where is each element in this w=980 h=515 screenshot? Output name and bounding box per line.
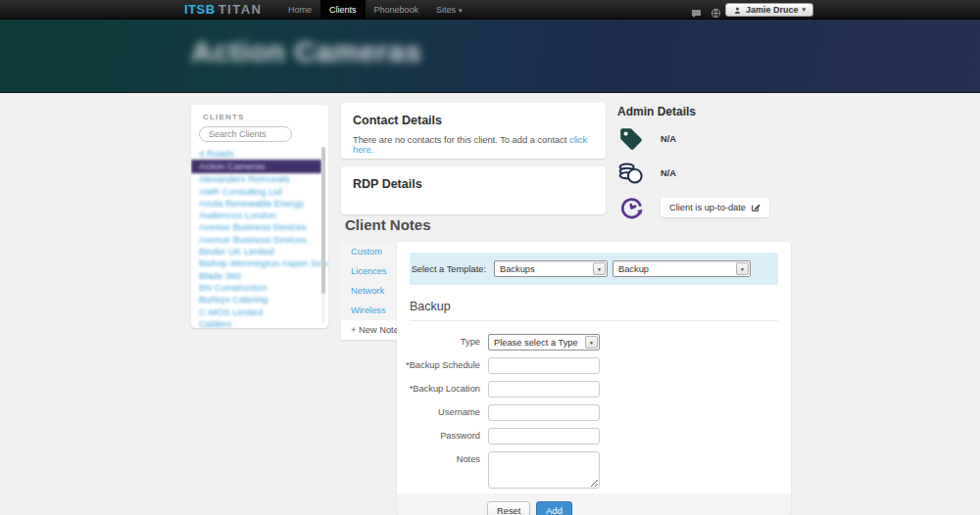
client-list-item-selected[interactable]: Action Cameras [191, 160, 321, 173]
main-nav: Home Clients Phonebook Sites▾ [279, 0, 471, 20]
client-notes-title: Client Notes [345, 216, 431, 233]
nav-item-clients[interactable]: Clients [320, 0, 366, 20]
rdp-details-title: RDP Details [353, 177, 594, 191]
globe-icon[interactable] [710, 5, 722, 16]
uptodate-status-card: Client is up-to-date [661, 198, 769, 217]
backup-schedule-label: *Backup Schedule [397, 357, 480, 370]
client-list-item[interactable]: Caldero [191, 318, 328, 328]
logo-primary: ITSB [184, 2, 216, 17]
client-list-item[interactable]: BN Construction [191, 282, 328, 294]
notes-field[interactable] [488, 451, 600, 489]
template-category-select[interactable]: Backups ▼ [494, 260, 608, 277]
coins-icon [617, 160, 645, 187]
client-list-item[interactable]: C-MOS Limited [191, 306, 328, 318]
client-list-item[interactable]: AMR Consulting Ltd [191, 186, 328, 198]
client-list-item[interactable]: Avenue Business Devices [191, 234, 328, 246]
scrollbar-track [321, 147, 325, 323]
type-select[interactable]: Please select a Type ▼ [488, 334, 600, 351]
form-row-backup-schedule: *Backup Schedule [397, 357, 791, 374]
scrollbar-thumb[interactable] [321, 147, 325, 294]
template-select[interactable]: Backup ▼ [612, 260, 751, 277]
clients-sidebar: CLIENTS 4 Roads Action Cameras Alexander… [191, 105, 328, 328]
chevron-down-icon: ▾ [459, 7, 463, 14]
top-navbar: ITSBTITAN Home Clients Phonebook Sites▾ … [0, 0, 980, 20]
form-row-notes: Notes [397, 451, 791, 489]
sidebar-title: CLIENTS [203, 113, 328, 121]
client-list-item[interactable]: Blade 360 [191, 270, 328, 282]
contact-details-title: Contact Details [353, 114, 594, 127]
type-label: Type [397, 334, 480, 347]
form-row-username: Username [397, 404, 791, 421]
admin-details-title: Admin Details [617, 105, 853, 118]
app-logo[interactable]: ITSBTITAN [184, 0, 262, 20]
admin-row-tag: N/A [617, 125, 853, 153]
form-row-type: Type Please select a Type ▼ [397, 334, 791, 351]
notes-tabs: Custom Licences Network Wireless + New N… [341, 242, 399, 340]
username-field[interactable] [488, 404, 600, 421]
client-list-item[interactable]: Audiences London [191, 210, 328, 221]
backup-location-label: *Backup Location [397, 381, 480, 394]
backup-location-field[interactable] [488, 381, 600, 398]
chevron-down-icon: ▼ [585, 336, 598, 349]
page-title: Action Cameras [191, 35, 980, 69]
client-list-item[interactable]: Burleys Catering [191, 294, 328, 305]
nav-item-home[interactable]: Home [279, 0, 320, 20]
note-form-heading: Backup [410, 300, 778, 321]
client-list: 4 Roads Action Cameras Alexanders Remova… [191, 148, 328, 328]
rdp-details-panel: RDP Details [341, 166, 606, 214]
tab-network[interactable]: Network [341, 281, 399, 301]
template-bar: Select a Template: Backups ▼ Backup ▼ [410, 253, 778, 285]
user-menu-button[interactable]: Jamie Druce ▾ [725, 3, 813, 17]
client-list-item[interactable]: Binder UK Limited [191, 246, 328, 258]
new-note-panel: Select a Template: Backups ▼ Backup ▼ Ba… [397, 242, 791, 515]
password-field[interactable] [488, 428, 600, 445]
admin-row-coins: N/A [617, 160, 853, 187]
chat-icon[interactable] [691, 5, 703, 16]
tag-icon [617, 125, 645, 153]
chevron-down-icon: ▼ [736, 262, 749, 275]
admin-coins-value: N/A [661, 168, 676, 178]
form-row-password: Password [397, 428, 791, 445]
template-bar-label: Select a Template: [410, 264, 486, 274]
client-list-item[interactable]: Anola Renewable Energy [191, 198, 328, 210]
logo-secondary: TITAN [219, 2, 263, 17]
notes-label: Notes [397, 451, 480, 464]
user-icon [733, 6, 742, 15]
tab-licences[interactable]: Licences [341, 261, 399, 281]
contact-empty-text: There are no contacts for this client. T… [353, 135, 594, 155]
form-row-backup-location: *Backup Location [397, 381, 791, 398]
add-button[interactable]: Add [536, 501, 572, 515]
client-banner: Action Cameras [0, 20, 980, 93]
uptodate-text: Client is up-to-date [669, 203, 746, 212]
tab-new-note[interactable]: + New Note [341, 320, 399, 340]
nav-item-phonebook[interactable]: Phonebook [366, 0, 428, 20]
backup-schedule-field[interactable] [488, 357, 600, 374]
client-list-item[interactable]: Avenue Business Devices [191, 221, 328, 233]
nav-item-sites[interactable]: Sites▾ [427, 0, 471, 20]
page-content: CLIENTS 4 Roads Action Cameras Alexander… [0, 93, 980, 515]
client-list-item[interactable]: Alexanders Removals [191, 173, 328, 185]
note-form: Type Please select a Type ▼ *Backup Sche… [397, 334, 791, 489]
search-input[interactable] [199, 126, 292, 142]
contact-details-panel: Contact Details There are no contacts fo… [341, 103, 606, 159]
edit-icon[interactable] [751, 203, 760, 212]
tab-custom[interactable]: Custom [341, 242, 399, 261]
admin-details-section: Admin Details N/A N/A [617, 105, 853, 221]
form-footer: Reset Add [397, 493, 791, 515]
user-name: Jamie Druce [746, 5, 799, 15]
client-list-item[interactable]: Bishop Wennington Aspen School [191, 258, 328, 269]
admin-tag-value: N/A [661, 134, 676, 144]
username-label: Username [397, 404, 480, 417]
chevron-down-icon: ▾ [803, 6, 807, 14]
refresh-clock-icon [617, 194, 645, 221]
password-label: Password [397, 428, 480, 441]
tab-wireless[interactable]: Wireless [341, 301, 399, 320]
admin-row-uptodate: Client is up-to-date [617, 194, 853, 221]
client-list-item[interactable]: 4 Roads [191, 148, 328, 160]
reset-button[interactable]: Reset [487, 501, 530, 515]
chevron-down-icon: ▼ [593, 262, 606, 275]
